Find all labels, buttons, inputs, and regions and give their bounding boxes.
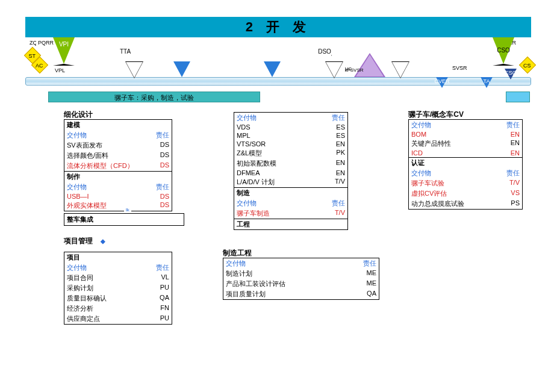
footnote-lk: lk [124,207,131,213]
table-row: DFMEAEN [234,169,347,177]
gate-cso-small: CSO [505,69,517,79]
table-row: 骡子车试验T/V [409,178,522,188]
table-row: Z&L模型PK [234,148,347,158]
milestone-cs: CS [519,57,536,73]
box-project: 项目 交付物责任 项目合同VL采购计划PU质量目标确认QA经济分析FN供应商定点… [64,252,172,325]
table-row: 虚拟CV评估VS [409,188,522,199]
table-row: 产品和工装设计评估ME [223,279,379,289]
table-row: 质量目标确认QA [64,293,172,303]
table-row: 动力总成摸底试验PS [409,199,522,209]
phase-header: 2 开 发 [25,17,531,37]
table-row: L/A/D/V 计划T/V [234,177,347,187]
box-mule-cv: 交付物责任 BOMEN关键产品特性ENICDEN 认证 交付物责任 骡子车试验T… [408,119,523,210]
table-row: 外观实体模型DS [64,201,172,211]
table-row: 项目质量计划QA [223,289,379,299]
title-mule-cv: 骡子车/概念车CV [408,110,464,120]
timeline-pipe [25,77,531,86]
table-row: USB—IDS [64,192,172,201]
box-modeling: 建模 交付物责任 SV表面发布DS选择颜色/面料DS流体分析模型（CFD）DS … [64,119,172,211]
table-row: VDSES [234,123,347,131]
box-deliverable-mid: 交付物责任 VDSESMPLESVTS/SORENZ&L模型PK初始装配数模EN… [234,112,348,230]
label-svsr: SVSR [450,65,469,71]
table-row: 经济分析FN [64,303,172,314]
sub-band-mule: 骡子车：采购，制造，试验 [48,92,260,102]
table-row: ICDEN [409,149,522,157]
table-row: 关键产品特性EN [409,138,522,149]
milestone-ac: AC [31,57,48,73]
gate-ta: TA [481,77,493,88]
table-row: 骡子车制造T/V [234,208,347,219]
table-row: SV表面发布DS [64,140,172,151]
table-row: 供应商定点PU [64,314,172,324]
sub-band-right [506,92,530,102]
table-row: 流体分析模型（CFD）DS [64,161,172,171]
table-row: BOMEN [409,130,522,138]
table-row: 项目合同VL [64,273,172,283]
gate-vpi: VPI [53,37,75,66]
title-me: 制造工程 [223,248,252,258]
title-detail-design: 细化设计 [64,110,93,120]
table-row: 采购计划PU [64,283,172,293]
table-row: 初始装配数模EN [234,158,347,169]
table-row: 选择颜色/面料DS [64,151,172,161]
title-pm: 项目管理 ◆ [64,236,105,246]
table-row: MPLES [234,131,347,140]
gate-cso: CSO [493,37,514,66]
box-integration: 整车集成 [64,213,184,226]
table-row: 制造计划ME [223,269,379,279]
box-me: 交付物责任 制造计划ME产品和工装设计评估ME项目质量计划QA [223,258,379,300]
gate-cver: CVER [436,77,448,88]
table-row: VTS/SOREN [234,140,347,148]
label-vpl: VPL [53,67,67,73]
